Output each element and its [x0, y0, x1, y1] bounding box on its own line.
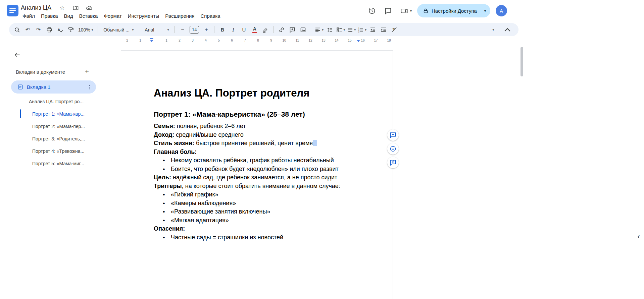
ruler-number: 9 — [270, 39, 272, 42]
docs-logo[interactable] — [6, 4, 19, 17]
outline-item[interactable]: Портрет 2: «Мама-пер... — [20, 120, 110, 132]
menu-item[interactable]: Инструменты — [125, 12, 162, 19]
document-title[interactable]: Анализ ЦА — [21, 4, 51, 11]
video-call-icon[interactable] — [396, 3, 412, 19]
hide-menus-button[interactable] — [503, 25, 512, 34]
font-select[interactable]: Arial▾ — [143, 25, 171, 34]
horizontal-ruler: 21123456789101112131415161718 — [0, 37, 644, 45]
tab-item-active[interactable]: Вкладка 1 ⋮ — [11, 80, 96, 94]
scrollbar-thumb[interactable] — [521, 47, 523, 76]
menu-item[interactable]: Вставка — [76, 12, 101, 19]
svg-text:3: 3 — [358, 31, 359, 33]
italic-button[interactable]: I — [229, 25, 238, 34]
avatar-letter: A — [500, 8, 503, 14]
bullet-list-button[interactable]: ▾ — [347, 25, 356, 34]
ruler-number: 7 — [244, 39, 246, 42]
document-page[interactable]: Анализ ЦА. Портрет родителя Портрет 1: «… — [121, 50, 393, 299]
add-comment-margin-button[interactable] — [387, 129, 399, 141]
comments-icon[interactable] — [380, 3, 396, 19]
menu-item[interactable]: Файл — [19, 12, 38, 19]
doc-title-heading: Анализ ЦА. Портрет родителя — [154, 87, 360, 100]
tab-menu-button[interactable]: ⋮ — [87, 84, 92, 90]
outline-item[interactable]: Портрет 4: «Тревожна... — [20, 145, 110, 157]
bold-run: Опасения: — [154, 225, 185, 232]
insert-link-button[interactable] — [277, 25, 286, 34]
outline-item[interactable]: Портрет 1: «Мама-кар... — [20, 108, 110, 120]
menu-item[interactable]: Правка — [38, 12, 61, 19]
share-button[interactable]: Настройки Доступа ▾ — [417, 4, 490, 17]
print-button[interactable] — [45, 25, 54, 34]
bullet-item: «Развивающие занятия включены» — [154, 207, 360, 216]
doc-section-heading: Портрет 1: «Мама-карьеристка» (25–38 лет… — [154, 110, 360, 119]
outline-item[interactable]: Портрет 3: «Родитель,... — [20, 132, 110, 145]
video-call-caret-icon[interactable]: ▾ — [410, 9, 412, 13]
chevron-down-icon: ▾ — [354, 28, 356, 32]
paragraph: Цель: надёжный сад, где ребенок занимает… — [154, 173, 360, 182]
insert-image-button[interactable] — [298, 25, 307, 34]
suggest-edits-button[interactable] — [387, 157, 399, 168]
paragraph: Триггеры, на которые стоит обратить вним… — [154, 182, 360, 191]
styles-select[interactable]: Обычный ...▾ — [101, 25, 136, 34]
bullet-item: «Мягкая адаптация» — [154, 216, 360, 225]
margin-action-buttons — [387, 129, 399, 168]
add-tab-button[interactable]: + — [83, 67, 91, 76]
emoji-reaction-button[interactable] — [387, 143, 399, 155]
redo-button[interactable]: ↷ — [34, 25, 43, 34]
ruler-number: 8 — [257, 39, 259, 42]
outline-item[interactable]: Анализ ЦА. Портрет ро... — [20, 95, 110, 108]
share-caret-icon[interactable]: ▾ — [484, 9, 486, 13]
bullet-item: Некому оставлять ребёнка, график работы … — [154, 156, 360, 165]
account-avatar[interactable]: A — [496, 5, 507, 16]
paint-format-button[interactable] — [66, 25, 75, 34]
left-indent-marker[interactable] — [150, 40, 153, 42]
right-indent-marker[interactable] — [357, 40, 360, 42]
menu-item[interactable]: Расширения — [162, 12, 197, 19]
version-history-icon[interactable] — [364, 3, 380, 19]
checklist-button[interactable]: ▾ — [336, 25, 345, 34]
zoom-select[interactable]: 100%▾ — [77, 25, 94, 34]
cloud-status-icon[interactable] — [86, 5, 92, 11]
menu-item[interactable]: Справка — [198, 12, 224, 19]
ruler-number: 16 — [361, 39, 364, 42]
font-size-input[interactable]: 14 — [190, 26, 199, 34]
menu-item[interactable]: Формат — [101, 12, 125, 19]
tabs-panel-title: Вкладки в документе — [16, 69, 65, 75]
move-folder-icon[interactable] — [72, 5, 79, 11]
search-button[interactable] — [12, 25, 21, 34]
align-select[interactable]: ▾ — [314, 25, 324, 34]
bold-button[interactable]: B — [218, 25, 227, 34]
underline-button[interactable]: U — [239, 25, 248, 34]
increase-indent-button[interactable] — [379, 25, 388, 34]
numbered-list-button[interactable]: 123▾ — [357, 25, 366, 34]
ruler-number: 6 — [231, 39, 233, 42]
zoom-value: 100% — [78, 27, 90, 33]
text-color-button[interactable]: A — [250, 25, 259, 34]
line-spacing-button[interactable] — [325, 25, 334, 34]
bold-run: Триггеры — [154, 183, 182, 189]
toolbar-divider — [311, 26, 311, 33]
chevron-down-icon: ▾ — [322, 28, 324, 32]
font-size-increase-button[interactable]: + — [202, 25, 211, 34]
undo-button[interactable]: ↶ — [23, 25, 32, 34]
star-icon[interactable]: ☆ — [59, 5, 65, 11]
spellcheck-button[interactable]: A — [55, 25, 64, 34]
ruler-number: 15 — [348, 39, 351, 42]
side-panel-toggle[interactable]: ‹ — [635, 232, 642, 241]
outline-item[interactable]: Портрет 5: «Мама-миг... — [20, 157, 110, 170]
ruler-number: 13 — [321, 39, 325, 42]
editing-mode-button[interactable]: ▾ — [488, 25, 495, 34]
ruler-number: 5 — [218, 39, 220, 42]
ruler-number: 4 — [205, 39, 207, 42]
add-comment-button[interactable] — [288, 25, 297, 34]
decrease-indent-button[interactable] — [368, 25, 377, 34]
font-size-decrease-button[interactable]: − — [178, 25, 187, 34]
app-header: Анализ ЦА ☆ ФайлПравкаВидВставкаФорматИн… — [0, 0, 644, 21]
ruler-number: 11 — [296, 39, 299, 42]
first-line-indent-marker[interactable] — [150, 38, 153, 39]
back-button[interactable] — [13, 50, 21, 59]
menu-item[interactable]: Вид — [61, 12, 76, 19]
text-run: , на которые стоит обратить внимание в д… — [182, 183, 340, 189]
clear-formatting-button[interactable]: T — [390, 25, 399, 34]
ruler-number: 2 — [126, 39, 128, 42]
highlight-button[interactable] — [261, 25, 270, 34]
